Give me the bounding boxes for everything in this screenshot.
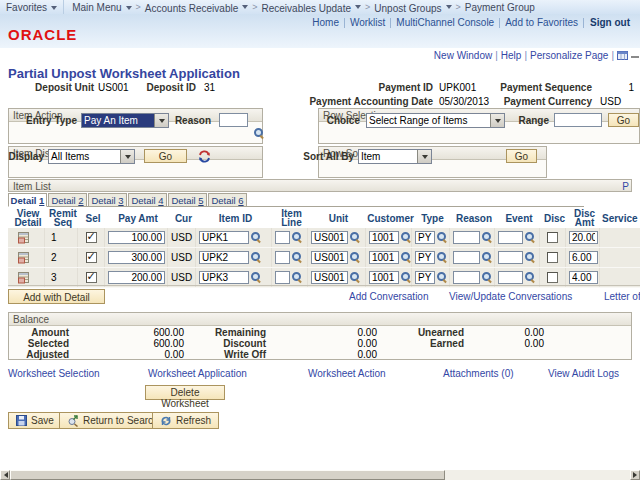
return-to-search-button[interactable]: Return to Search bbox=[59, 412, 167, 429]
view-detail-icon[interactable] bbox=[17, 271, 30, 284]
help-link[interactable]: Help bbox=[501, 50, 522, 61]
item-id-input[interactable] bbox=[199, 231, 249, 244]
type-input[interactable] bbox=[415, 251, 435, 264]
worksheet-application-link[interactable]: Worksheet Application bbox=[148, 368, 247, 379]
tab-detail-4[interactable]: Detail 4 bbox=[128, 193, 167, 207]
lookup-icon[interactable] bbox=[525, 252, 536, 263]
multichannel-console-link[interactable]: MultiChannel Console bbox=[396, 17, 494, 28]
lookup-icon[interactable] bbox=[401, 232, 412, 243]
lookup-icon[interactable] bbox=[482, 272, 493, 283]
attachments-link[interactable]: Attachments (0) bbox=[443, 368, 514, 379]
tab-detail-3[interactable]: Detail 3 bbox=[88, 193, 127, 207]
view-audit-logs-link[interactable]: View Audit Logs bbox=[548, 368, 619, 379]
breadcrumb-item-accounts-receivable[interactable]: Accounts Receivable bbox=[145, 1, 248, 14]
disc-amt-input[interactable] bbox=[569, 271, 598, 284]
lookup-icon[interactable] bbox=[401, 252, 412, 263]
personalize-page-link[interactable]: Personalize Page bbox=[530, 50, 608, 61]
view-update-conversations-link[interactable]: View/Update Conversations bbox=[449, 291, 572, 302]
select-checkbox[interactable] bbox=[86, 252, 97, 263]
lookup-icon[interactable] bbox=[482, 232, 493, 243]
lookup-icon[interactable] bbox=[292, 232, 303, 243]
scrollbar-thumb[interactable] bbox=[10, 470, 445, 480]
row-selection-go-button[interactable]: Go bbox=[608, 113, 639, 127]
home-link[interactable]: Home bbox=[312, 17, 339, 28]
view-detail-icon[interactable] bbox=[17, 251, 30, 264]
item-line-input[interactable] bbox=[275, 271, 290, 284]
add-to-favorites-link[interactable]: Add to Favorites bbox=[505, 17, 578, 28]
event-input[interactable] bbox=[498, 231, 523, 244]
scroll-left-button[interactable] bbox=[0, 470, 10, 480]
sort-go-button[interactable]: Go bbox=[506, 149, 537, 163]
tab-detail-2[interactable]: Detail 2 bbox=[48, 193, 87, 207]
refresh-transfer-icon[interactable] bbox=[198, 149, 211, 164]
customer-input[interactable] bbox=[369, 251, 399, 264]
event-input[interactable] bbox=[498, 251, 523, 264]
breadcrumb-item-unpost-groups[interactable]: Unpost Groups bbox=[374, 1, 451, 14]
add-with-detail-button[interactable]: Add with Detail bbox=[8, 289, 105, 304]
letter-of-credit-link-clipped[interactable]: Letter of C bbox=[604, 291, 640, 302]
type-input[interactable] bbox=[415, 231, 435, 244]
scroll-right-button[interactable] bbox=[630, 470, 640, 480]
lookup-icon[interactable] bbox=[437, 232, 448, 243]
unit-input[interactable] bbox=[311, 251, 348, 264]
lookup-icon[interactable] bbox=[251, 252, 262, 263]
choice-dropdown[interactable]: Select Range of Items bbox=[366, 113, 505, 128]
breadcrumb-item-main-menu[interactable]: Main Menu bbox=[66, 0, 131, 14]
event-input[interactable] bbox=[498, 271, 523, 284]
unit-input[interactable] bbox=[311, 271, 348, 284]
select-checkbox[interactable] bbox=[86, 232, 97, 243]
tab-detail-5[interactable]: Detail 5 bbox=[168, 193, 207, 207]
customer-input[interactable] bbox=[369, 231, 399, 244]
lookup-icon[interactable] bbox=[401, 272, 412, 283]
lookup-icon[interactable] bbox=[350, 252, 361, 263]
dropdown-arrow-icon[interactable] bbox=[120, 150, 134, 163]
item-line-input[interactable] bbox=[275, 251, 290, 264]
lookup-icon[interactable] bbox=[251, 272, 262, 283]
lookup-icon[interactable] bbox=[350, 232, 361, 243]
worklist-link[interactable]: Worklist bbox=[350, 17, 385, 28]
item-line-input[interactable] bbox=[275, 231, 290, 244]
dropdown-arrow-icon[interactable] bbox=[490, 114, 504, 127]
lookup-icon[interactable] bbox=[437, 252, 448, 263]
item-id-input[interactable] bbox=[199, 251, 249, 264]
lookup-icon[interactable] bbox=[292, 252, 303, 263]
sort-all-by-dropdown[interactable]: Item bbox=[358, 149, 432, 164]
lookup-icon[interactable] bbox=[251, 232, 262, 243]
personalize-link-partial[interactable]: P bbox=[622, 181, 629, 192]
refresh-button[interactable]: Refresh bbox=[152, 412, 219, 429]
range-input[interactable] bbox=[554, 113, 602, 127]
lookup-icon[interactable] bbox=[525, 272, 536, 283]
pay-amt-input[interactable] bbox=[108, 271, 165, 284]
disc-checkbox[interactable] bbox=[547, 232, 558, 243]
dropdown-arrow-icon[interactable] bbox=[154, 114, 168, 127]
reason-input[interactable] bbox=[219, 113, 248, 127]
select-checkbox[interactable] bbox=[86, 272, 97, 283]
disc-checkbox[interactable] bbox=[547, 272, 558, 283]
tab-detail-6[interactable]: Detail 6 bbox=[208, 193, 247, 207]
lookup-icon[interactable] bbox=[482, 252, 493, 263]
disc-amt-input[interactable] bbox=[569, 231, 598, 244]
reason-input[interactable] bbox=[453, 271, 480, 284]
type-input[interactable] bbox=[415, 271, 435, 284]
lookup-icon[interactable] bbox=[292, 272, 303, 283]
unit-input[interactable] bbox=[311, 231, 348, 244]
pay-amt-input[interactable] bbox=[108, 231, 165, 244]
new-window-grid-icon[interactable] bbox=[617, 51, 628, 60]
item-id-input[interactable] bbox=[199, 271, 249, 284]
reason-lookup-icon[interactable] bbox=[254, 128, 265, 139]
tab-detail-1[interactable]: Detail 1 bbox=[8, 193, 47, 207]
reason-input[interactable] bbox=[453, 231, 480, 244]
horizontal-scrollbar[interactable] bbox=[0, 470, 640, 480]
disc-amt-input[interactable] bbox=[569, 251, 598, 264]
worksheet-action-link[interactable]: Worksheet Action bbox=[308, 368, 386, 379]
worksheet-selection-link[interactable]: Worksheet Selection bbox=[8, 368, 100, 379]
reason-input[interactable] bbox=[453, 251, 480, 264]
new-window-link[interactable]: New Window bbox=[434, 50, 492, 61]
display-go-button[interactable]: Go bbox=[144, 149, 187, 163]
lookup-icon[interactable] bbox=[525, 232, 536, 243]
delete-worksheet-button[interactable]: Delete Worksheet bbox=[145, 385, 225, 400]
view-detail-icon[interactable] bbox=[17, 231, 30, 244]
save-button[interactable]: Save bbox=[8, 412, 62, 429]
dropdown-arrow-icon[interactable] bbox=[417, 150, 431, 163]
pay-amt-input[interactable] bbox=[108, 251, 165, 264]
